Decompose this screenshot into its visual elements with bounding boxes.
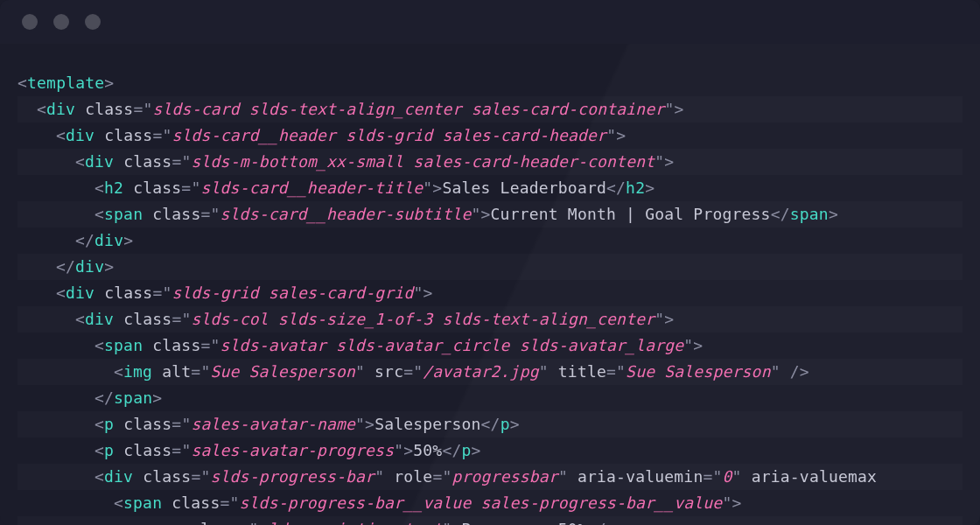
code-token: ">: [355, 415, 374, 433]
code-token: ": [558, 467, 568, 486]
code-token: >: [645, 520, 654, 525]
code-token: >: [829, 205, 838, 223]
code-token: =: [172, 415, 181, 433]
code-token: span: [114, 388, 152, 407]
code-line[interactable]: </span>: [18, 385, 962, 411]
window-maximize-dot[interactable]: [85, 14, 101, 30]
code-editor[interactable]: <template><div class="slds-card slds-tex…: [0, 44, 980, 525]
code-token: span: [104, 336, 143, 354]
code-line[interactable]: <img alt="Sue Salesperson" src="/avatar2…: [18, 359, 962, 385]
code-line[interactable]: <span class="slds-card__header-subtitle"…: [18, 201, 962, 228]
code-token: class: [143, 336, 200, 354]
code-token: p: [104, 441, 114, 459]
code-line[interactable]: <div class="slds-card__header slds-grid …: [18, 122, 962, 149]
code-line[interactable]: <template>: [18, 70, 962, 96]
code-token: slds-progress-bar__value sales-progress-…: [240, 494, 723, 512]
code-line[interactable]: <div class="slds-m-bottom_xx-small sales…: [18, 149, 962, 175]
code-line[interactable]: <div class="slds-progress-bar" role="pro…: [18, 464, 962, 490]
code-token: class: [114, 152, 172, 171]
code-token: progressbar: [452, 467, 557, 486]
window-close-dot[interactable]: [22, 14, 38, 30]
code-line[interactable]: </div>: [18, 228, 962, 254]
code-token: =: [191, 467, 200, 486]
code-token: <: [18, 74, 27, 92]
code-token: ": [539, 362, 549, 381]
code-token: <: [94, 467, 104, 486]
code-token: <: [56, 126, 66, 144]
code-token: h2: [104, 178, 123, 197]
code-token: </: [442, 441, 461, 459]
code-token: ">: [654, 152, 674, 171]
code-token: ">: [413, 284, 432, 302]
code-token: slds-avatar slds-avatar_circle slds-avat…: [220, 336, 684, 354]
code-token: >: [510, 415, 520, 433]
code-token: Sales Leaderboard: [442, 178, 606, 197]
code-token: span: [104, 205, 143, 223]
code-token: ": [229, 494, 239, 512]
code-line[interactable]: <p class="sales-avatar-name">Salesperson…: [18, 411, 962, 438]
code-token: Current Month | Goal Progress: [491, 205, 771, 223]
code-token: sales-avatar-progress: [191, 441, 394, 459]
editor-window: <template><div class="slds-card slds-tex…: [0, 0, 980, 525]
code-token: ">: [654, 310, 674, 328]
code-token: <: [94, 415, 104, 433]
code-token: class: [181, 520, 239, 525]
code-token: slds-assistive-text: [259, 520, 443, 525]
code-token: Progress: 50%: [461, 520, 586, 525]
code-token: div: [66, 126, 94, 144]
code-token: <: [37, 100, 46, 118]
code-token: ">: [722, 494, 741, 512]
code-token: h2: [626, 178, 645, 197]
code-line[interactable]: <h2 class="slds-card__header-title">Sale…: [18, 175, 962, 201]
code-token: class: [75, 100, 133, 118]
code-token: template: [27, 74, 104, 92]
code-token: 50%: [413, 441, 442, 459]
code-token: <: [75, 310, 85, 328]
code-token: slds-card__header-subtitle: [220, 205, 472, 223]
code-token: ": [181, 441, 191, 459]
code-token: div: [46, 100, 75, 118]
code-token: p: [500, 415, 510, 433]
code-token: >: [104, 257, 114, 276]
code-token: aria-valuemin: [568, 467, 704, 486]
code-token: ">: [394, 441, 413, 459]
code-token: ">: [606, 126, 626, 144]
code-token: span: [123, 494, 162, 512]
code-token: class: [94, 126, 152, 144]
code-token: ">: [472, 205, 491, 223]
code-token: =: [172, 310, 181, 328]
code-token: div: [104, 467, 133, 486]
code-line[interactable]: <span class="slds-assistive-text">Progre…: [18, 516, 962, 525]
code-token: ": [181, 310, 191, 328]
code-token: sales-avatar-name: [191, 415, 355, 433]
code-token: ": [143, 100, 152, 118]
code-line[interactable]: <div class="slds-card slds-text-align_ce…: [18, 96, 962, 122]
code-token: span: [143, 520, 181, 525]
code-token: ": [442, 467, 452, 486]
code-line[interactable]: </div>: [18, 254, 962, 280]
code-token: aria-valuemax: [742, 467, 878, 486]
code-token: Sue Salesperson: [210, 362, 355, 381]
code-token: </: [94, 388, 114, 407]
code-token: <: [94, 178, 104, 197]
code-token: <: [75, 152, 85, 171]
code-token: =: [152, 284, 162, 302]
code-token: /avatar2.jpg: [423, 362, 538, 381]
code-token: =: [181, 178, 191, 197]
code-token: " />: [771, 362, 809, 381]
code-token: <: [94, 205, 104, 223]
code-token: ": [200, 467, 210, 486]
code-token: =: [191, 362, 200, 381]
code-token: ": [181, 152, 191, 171]
window-minimize-dot[interactable]: [53, 14, 69, 30]
code-line[interactable]: <div class="slds-grid sales-card-grid">: [18, 280, 962, 306]
code-token: span: [790, 205, 829, 223]
code-token: slds-col slds-size_1-of-3 slds-text-alig…: [192, 310, 655, 328]
code-token: ": [210, 205, 220, 223]
code-line[interactable]: <span class="slds-progress-bar__value sa…: [18, 490, 962, 516]
code-token: Salesperson: [374, 415, 480, 433]
code-token: ": [191, 178, 200, 197]
code-line[interactable]: <div class="slds-col slds-size_1-of-3 sl…: [18, 306, 962, 332]
code-line[interactable]: <p class="sales-avatar-progress">50%</p>: [18, 438, 962, 464]
code-line[interactable]: <span class="slds-avatar slds-avatar_cir…: [18, 332, 962, 359]
